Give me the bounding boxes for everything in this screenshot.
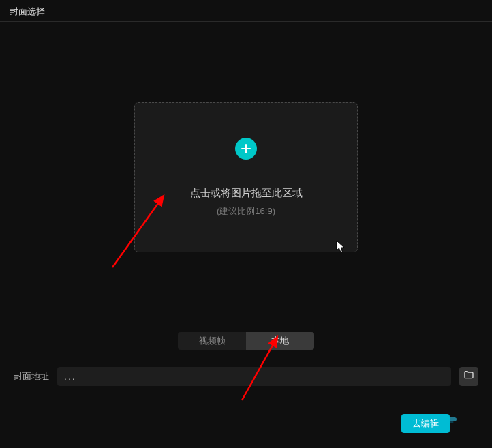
cover-path-input[interactable] (57, 367, 451, 386)
dropzone-text: 点击或将图片拖至此区域 (190, 187, 303, 200)
dialog-title: 封面选择 (10, 6, 45, 16)
browse-button[interactable] (459, 367, 478, 386)
cover-path-label: 封面地址 (14, 370, 49, 383)
tab-local[interactable]: 本地 (246, 332, 314, 350)
tab-video-frame[interactable]: 视频帧 (178, 332, 246, 350)
dropzone-hint: (建议比例16:9) (217, 205, 275, 218)
cover-dropzone[interactable]: 点击或将图片拖至此区域 (建议比例16:9) (134, 102, 358, 252)
folder-icon (463, 370, 474, 383)
source-tabs: 视频帧 本地 (178, 332, 314, 350)
go-edit-button[interactable]: 去编辑 (401, 414, 450, 433)
plus-icon (235, 138, 257, 160)
